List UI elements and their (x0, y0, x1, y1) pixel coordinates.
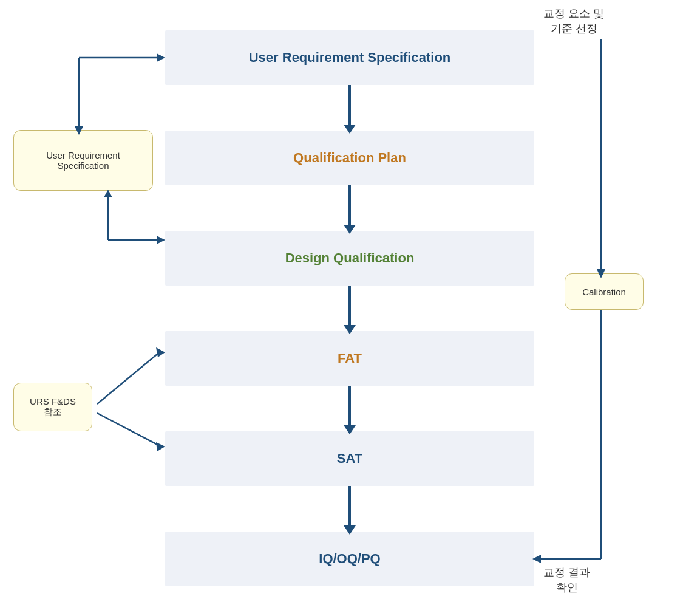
sat-label: SAT (337, 451, 362, 467)
iqoqpq-label: IQ/OQ/PQ (319, 551, 380, 567)
box-iqoqpq: IQ/OQ/PQ (165, 532, 534, 586)
svg-marker-21 (156, 442, 165, 451)
dq-label: Design Qualification (285, 250, 415, 266)
box-fat: FAT (165, 331, 534, 386)
side-box-urs: User RequirementSpecification (13, 130, 153, 191)
korean-bottom-right: 교정 결과 확인 (543, 565, 590, 595)
side-ursfs-label: URS F&DS참조 (30, 396, 76, 418)
side-urs-label: User RequirementSpecification (46, 150, 120, 171)
urs-label: User Requirement Specification (249, 50, 451, 66)
korean-top-right: 교정 요소 및 기준 선정 (543, 6, 604, 36)
box-qp: Qualification Plan (165, 131, 534, 185)
diagram-container: User Requirement Specification Qualifica… (0, 0, 683, 616)
box-sat: SAT (165, 431, 534, 486)
fat-label: FAT (338, 351, 362, 366)
svg-line-18 (97, 351, 161, 404)
box-dq: Design Qualification (165, 231, 534, 286)
side-box-calibration: Calibration (565, 273, 644, 310)
calibration-label: Calibration (582, 287, 626, 297)
box-urs: User Requirement Specification (165, 30, 534, 85)
qp-label: Qualification Plan (293, 150, 406, 166)
svg-line-20 (97, 413, 161, 447)
side-box-ursfs: URS F&DS참조 (13, 383, 92, 431)
svg-marker-17 (157, 236, 165, 244)
svg-marker-19 (156, 347, 165, 357)
svg-marker-11 (157, 53, 165, 62)
